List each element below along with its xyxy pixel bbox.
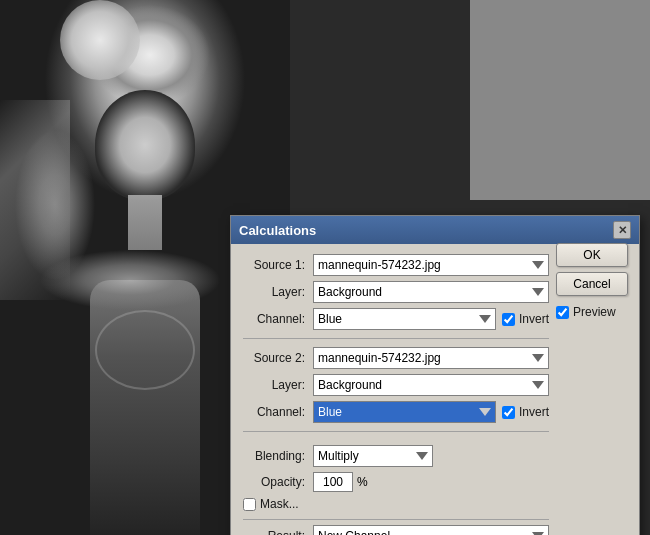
blending-select[interactable]: Multiply <box>313 445 433 467</box>
preview-checkbox[interactable] <box>556 306 569 319</box>
divider2 <box>243 431 549 432</box>
source1-layer-select[interactable]: Background <box>313 281 549 303</box>
source2-file-select[interactable]: mannequin-574232.jpg <box>313 347 549 369</box>
source2-channel-row: Channel: Blue Invert <box>243 401 549 423</box>
preview-label: Preview <box>573 305 616 319</box>
source2-invert-checkbox[interactable] <box>502 406 515 419</box>
preview-row: Preview <box>556 305 628 319</box>
source1-layer-label: Layer: <box>243 285 313 299</box>
result-row: Result: New Channel <box>243 525 549 535</box>
opacity-label: Opacity: <box>243 475 313 489</box>
dialog-buttons: OK Cancel Preview <box>556 243 628 319</box>
opacity-unit: % <box>357 475 368 489</box>
cancel-button[interactable]: Cancel <box>556 272 628 296</box>
source2-channel-select[interactable]: Blue <box>313 401 496 423</box>
source2-layer-row: Layer: Background <box>243 374 549 396</box>
dialog-titlebar: Calculations ✕ <box>231 216 639 244</box>
source2-layer-label: Layer: <box>243 378 313 392</box>
source2-channel-label: Channel: <box>243 405 313 419</box>
source2-invert-label[interactable]: Invert <box>502 405 549 419</box>
result-label: Result: <box>243 529 313 535</box>
source1-channel-select[interactable]: Blue <box>313 308 496 330</box>
blending-label: Blending: <box>243 449 313 463</box>
canvas-gray-area <box>470 0 650 200</box>
source1-group: Source 1: mannequin-574232.jpg Layer: Ba… <box>243 254 549 330</box>
source1-channel-label: Channel: <box>243 312 313 326</box>
source1-channel-row: Channel: Blue Invert <box>243 308 549 330</box>
opacity-row: Opacity: % <box>243 472 549 492</box>
source1-file-row: Source 1: mannequin-574232.jpg <box>243 254 549 276</box>
result-section: Result: New Channel <box>243 519 549 535</box>
opacity-input[interactable] <box>313 472 353 492</box>
source2-label: Source 2: <box>243 351 313 365</box>
source1-file-select[interactable]: mannequin-574232.jpg <box>313 254 549 276</box>
source2-file-row: Source 2: mannequin-574232.jpg <box>243 347 549 369</box>
mask-row: Mask... <box>243 497 549 511</box>
source2-layer-select[interactable]: Background <box>313 374 549 396</box>
source1-layer-row: Layer: Background <box>243 281 549 303</box>
source1-invert-checkbox[interactable] <box>502 313 515 326</box>
close-button[interactable]: ✕ <box>613 221 631 239</box>
mask-checkbox[interactable] <box>243 498 256 511</box>
result-select[interactable]: New Channel <box>313 525 549 535</box>
source2-group: Source 2: mannequin-574232.jpg Layer: Ba… <box>243 347 549 423</box>
source1-invert-label[interactable]: Invert <box>502 312 549 326</box>
ok-button[interactable]: OK <box>556 243 628 267</box>
divider1 <box>243 338 549 339</box>
blending-section: Blending: Multiply Opacity: % Mask... <box>243 440 549 511</box>
mask-label[interactable]: Mask... <box>260 497 299 511</box>
blending-row: Blending: Multiply <box>243 445 549 467</box>
dialog-title: Calculations <box>239 223 316 238</box>
source1-label: Source 1: <box>243 258 313 272</box>
